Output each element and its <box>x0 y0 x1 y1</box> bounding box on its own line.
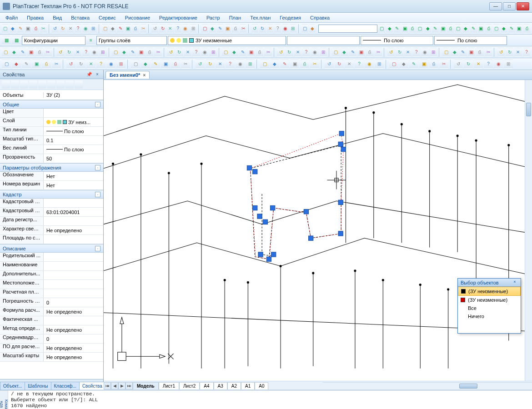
toolbar-button[interactable]: ? <box>523 48 531 57</box>
toolbar-button[interactable]: ↻ <box>259 24 266 33</box>
toolbar-button[interactable]: ✂ <box>375 48 382 57</box>
toolbar-button[interactable]: ✎ <box>470 24 477 33</box>
toolbar-button[interactable]: ▢ <box>2 24 9 33</box>
toolbar-button[interactable]: ◆ <box>10 48 18 57</box>
maximize-button[interactable]: □ <box>503 2 516 10</box>
toolbar-button[interactable]: ⎙ <box>366 48 374 57</box>
toolbar-button[interactable]: ↺ <box>251 24 258 33</box>
toolbar-button[interactable]: ▢ <box>201 24 208 33</box>
prop-row[interactable]: Родительский ... <box>0 253 103 262</box>
tab-nav-next[interactable]: ▶ <box>118 382 125 389</box>
popup-header[interactable]: Выбор объектов × <box>458 279 521 287</box>
toolbar-button[interactable]: ? <box>75 24 81 33</box>
tab-nav-first[interactable]: ⏮ <box>104 382 111 389</box>
prop-row[interactable]: Местоположен... <box>0 280 103 289</box>
toolbar-button[interactable]: ⎙ <box>35 48 43 57</box>
toolbar-button[interactable]: ↻ <box>159 24 166 33</box>
toolbar-button[interactable]: ? <box>82 48 90 57</box>
toolbar-button[interactable]: ▢ <box>389 60 398 69</box>
toolbar-button[interactable]: ✂ <box>485 48 492 57</box>
toolbar-button[interactable]: ✕ <box>74 48 81 57</box>
tab-nav-prev[interactable]: ◀ <box>111 382 118 389</box>
toolbar-button[interactable]: ▢ <box>378 24 385 33</box>
toolbar-button[interactable]: ▣ <box>161 60 170 69</box>
toolbar-button[interactable]: ✎ <box>151 60 160 69</box>
toolbar-button[interactable]: ↻ <box>286 48 293 57</box>
toolbar-button[interactable]: ◆ <box>462 24 469 33</box>
toolbar-button[interactable]: ✕ <box>474 60 483 69</box>
toolbar-button[interactable]: ◉ <box>201 48 209 57</box>
layer-groups-icon[interactable]: ≡ <box>86 36 95 45</box>
toolbar-button[interactable]: ⊞ <box>375 60 384 69</box>
menu-План[interactable]: План <box>226 14 245 21</box>
toolbar-button[interactable]: ◆ <box>270 60 279 69</box>
current-layer-combo[interactable]: ЗУ неизменные <box>168 36 286 45</box>
canvas-vscroll[interactable] <box>525 80 532 381</box>
toolbar-button[interactable]: ✎ <box>117 24 124 33</box>
toolbar-button[interactable]: ▣ <box>137 48 145 57</box>
toolbar-button[interactable]: ▢ <box>493 24 500 33</box>
toolbar-button[interactable]: ↺ <box>325 60 334 69</box>
toolbar-button[interactable]: ⎙ <box>232 24 239 33</box>
toolbar-button[interactable]: ◉ <box>421 48 429 57</box>
sidebar-tab[interactable]: Классиф... <box>51 382 80 390</box>
toolbar-button[interactable]: ✂ <box>439 60 448 69</box>
toolbar-button[interactable]: ◆ <box>109 24 116 33</box>
layout-tab[interactable]: Лист2 <box>179 382 200 389</box>
menu-Геодезия[interactable]: Геодезия <box>276 14 305 21</box>
toolbar-button[interactable]: ⊞ <box>246 60 255 69</box>
toolbar-button[interactable]: ? <box>226 60 235 69</box>
toolbar-button[interactable]: ↺ <box>57 48 65 57</box>
toolbar-button[interactable]: ⎙ <box>429 60 438 69</box>
prop-row[interactable]: Среднеквадра...0 <box>0 334 103 344</box>
toolbar-button[interactable]: ⊞ <box>190 24 196 33</box>
panel-pin-icon[interactable]: 📌 <box>86 71 92 78</box>
toolbar-button[interactable]: ◆ <box>231 48 238 57</box>
prop-tool-button[interactable] <box>2 80 10 89</box>
toolbar-button[interactable]: ↺ <box>277 48 285 57</box>
toolbar-button[interactable]: ◉ <box>91 48 99 57</box>
toolbar-button[interactable]: ▣ <box>125 24 131 33</box>
prop-tool-button[interactable] <box>75 80 83 89</box>
toolbar-button[interactable]: ▣ <box>419 60 428 69</box>
toolbar-button[interactable]: ↻ <box>176 48 183 57</box>
toolbar-button[interactable]: ◆ <box>386 24 393 33</box>
empty-combo[interactable] <box>287 36 360 45</box>
prop-row[interactable]: Кадастровый н... <box>0 199 103 208</box>
prop-row[interactable]: Дополнительн... <box>0 271 103 280</box>
menu-Вид[interactable]: Вид <box>49 14 65 21</box>
layout-tab[interactable]: A3 <box>214 382 227 389</box>
toolbar-button[interactable]: ✕ <box>167 24 174 33</box>
toolbar-button[interactable]: ✂ <box>310 60 319 69</box>
toolbar-button[interactable]: ✎ <box>129 48 136 57</box>
toolbar-button[interactable]: ◆ <box>341 48 348 57</box>
toolbar-button[interactable]: ◉ <box>282 24 289 33</box>
minimize-button[interactable]: — <box>489 2 502 10</box>
toolbar-button[interactable]: ▣ <box>468 48 476 57</box>
toolbar-button[interactable]: ⊞ <box>504 60 513 69</box>
prop-row[interactable]: Погрешность р...0 <box>0 298 103 307</box>
prop-row[interactable]: Масштаб картыНе определено <box>0 353 103 362</box>
prop-tool-button[interactable] <box>29 80 37 89</box>
close-button[interactable]: ✕ <box>517 2 529 10</box>
toolbar-button[interactable]: ◉ <box>365 60 374 69</box>
layer-groups-combo[interactable]: Группы слоёв <box>96 36 167 45</box>
toolbar-button[interactable]: ▢ <box>131 60 140 69</box>
toolbar-button[interactable]: ◉ <box>494 60 503 69</box>
toolbar-button[interactable]: ? <box>355 60 364 69</box>
toolbar-button[interactable]: ✕ <box>294 48 302 57</box>
toolbar-button[interactable]: ✎ <box>409 60 418 69</box>
toolbar-button[interactable]: ? <box>192 48 200 57</box>
properties-list[interactable]: Общие-ЦветСлойЗУ неиз...Тип линииПо слою… <box>0 100 103 379</box>
prop-row[interactable]: Характер свед...Не определено <box>0 226 103 235</box>
toolbar-button[interactable]: ⎙ <box>485 24 492 33</box>
toolbar-button[interactable]: ? <box>274 24 281 33</box>
toolbar-button[interactable]: ◆ <box>451 48 458 57</box>
tab-nav-last[interactable]: ⏭ <box>125 382 133 389</box>
document-tab[interactable]: Без имени0* × <box>105 71 150 79</box>
prop-tool-button[interactable] <box>56 80 65 89</box>
lineweight-combo[interactable]: По слою <box>434 36 507 45</box>
toolbar-button[interactable]: ↺ <box>196 60 205 69</box>
toolbar-button[interactable]: ◆ <box>120 48 128 57</box>
prop-row[interactable]: Масштаб типа ...0.1 <box>0 136 103 145</box>
